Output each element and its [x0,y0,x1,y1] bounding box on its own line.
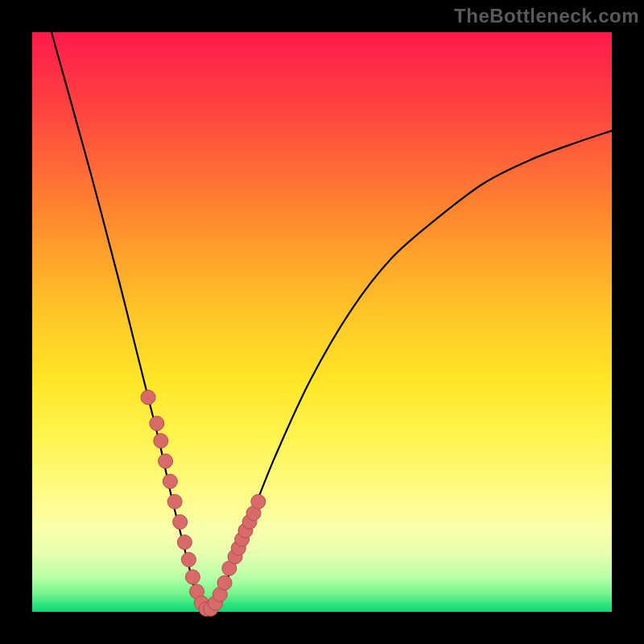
plot-area [32,32,612,612]
watermark-text: TheBottleneck.com [454,5,639,27]
highlight-dot [185,570,200,584]
highlight-dot [154,434,168,448]
highlight-dots [141,390,266,617]
curve-layer [32,32,612,612]
highlight-dot [251,494,266,509]
highlight-dot [181,552,196,567]
highlight-dot [177,535,192,550]
highlight-dot [150,416,164,431]
highlight-dot [141,390,155,405]
highlight-dot [163,474,177,489]
bottleneck-curve [32,0,612,612]
highlight-dot [217,576,232,590]
highlight-dot [167,494,182,509]
chart-frame: TheBottleneck.com [0,0,644,644]
highlight-dot [173,514,188,529]
highlight-dot [159,454,173,469]
